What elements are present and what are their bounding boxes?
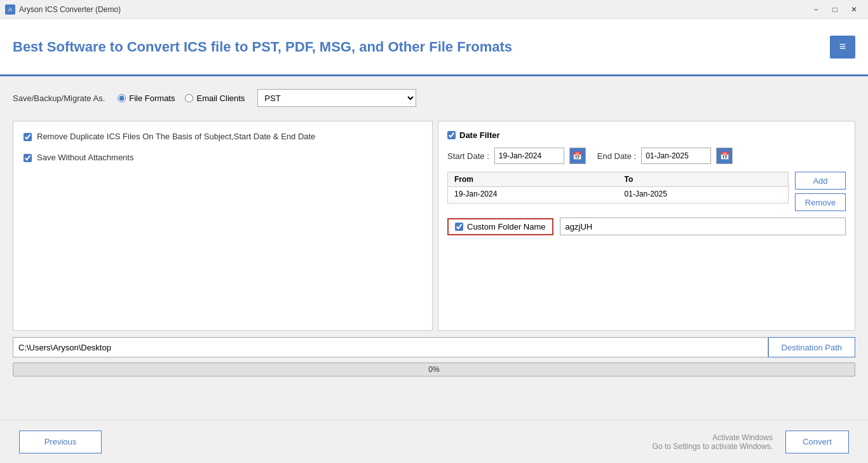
add-remove-btns: Add Remove bbox=[795, 172, 846, 211]
panels: Remove Duplicate ICS Files On The Basis … bbox=[13, 121, 855, 331]
radio-file-formats-label: File Formats bbox=[129, 93, 175, 103]
duplicate-label: Remove Duplicate ICS Files On The Basis … bbox=[37, 132, 315, 141]
attachments-checkbox[interactable] bbox=[24, 154, 32, 162]
radio-email-clients-label: Email Clients bbox=[196, 93, 245, 103]
activate-line2: Go to Settings to activate Windows. bbox=[653, 442, 773, 451]
previous-button[interactable]: Previous bbox=[19, 431, 102, 453]
convert-button[interactable]: Convert bbox=[785, 431, 849, 453]
date-table-container: From To 19-Jan-2024 01-Jan-2025 bbox=[447, 172, 846, 211]
right-panel: Date Filter Start Date : 📅 End Date : 📅 bbox=[438, 121, 855, 331]
add-button[interactable]: Add bbox=[795, 172, 846, 190]
header-title: Best Software to Convert ICS file to PST… bbox=[13, 39, 512, 55]
end-date-calendar-button[interactable]: 📅 bbox=[716, 148, 733, 164]
col-from: From bbox=[448, 172, 618, 187]
custom-folder-label: Custom Folder Name bbox=[467, 222, 546, 232]
start-date-input[interactable] bbox=[494, 148, 564, 164]
radio-email-clients[interactable]: Email Clients bbox=[185, 93, 245, 103]
checkbox-item-1: Remove Duplicate ICS Files On The Basis … bbox=[24, 132, 422, 141]
radio-group: File Formats Email Clients bbox=[118, 93, 245, 103]
restore-button[interactable]: □ bbox=[826, 3, 844, 17]
start-date-label: Start Date : bbox=[447, 151, 489, 161]
activate-line1: Activate Windows bbox=[653, 433, 773, 442]
custom-folder-input[interactable] bbox=[560, 218, 846, 235]
titlebar-controls: − □ ✕ bbox=[807, 3, 863, 17]
row-to: 01-Jan-2025 bbox=[618, 187, 789, 202]
footer-right: Activate Windows Go to Settings to activ… bbox=[653, 431, 849, 453]
format-select[interactable]: PST PDF MSG EML EMLX bbox=[257, 89, 416, 107]
progress-text: 0% bbox=[13, 363, 855, 376]
date-table-wrapper: From To 19-Jan-2024 01-Jan-2025 bbox=[447, 172, 789, 204]
start-date-calendar-button[interactable]: 📅 bbox=[569, 148, 586, 164]
remove-button[interactable]: Remove bbox=[795, 193, 846, 211]
date-row: Start Date : 📅 End Date : 📅 bbox=[447, 148, 846, 164]
save-row: Save/Backup/Migrate As. File Formats Ema… bbox=[13, 84, 855, 112]
end-date-input[interactable] bbox=[641, 148, 711, 164]
app-icon: A bbox=[5, 4, 15, 15]
destination-path-input[interactable] bbox=[13, 337, 768, 357]
destination-path-button[interactable]: Destination Path bbox=[768, 337, 855, 357]
radio-file-formats[interactable]: File Formats bbox=[118, 93, 175, 103]
format-select-wrapper: PST PDF MSG EML EMLX bbox=[257, 89, 416, 107]
col-to: To bbox=[618, 172, 789, 187]
attachments-label: Save Without Attachments bbox=[37, 153, 133, 162]
custom-folder-checkbox-wrapper[interactable]: Custom Folder Name bbox=[447, 218, 553, 235]
end-date-label: End Date : bbox=[597, 151, 636, 161]
date-filter-header: Date Filter bbox=[447, 130, 846, 140]
custom-folder-checkbox[interactable] bbox=[455, 223, 463, 231]
radio-email-clients-input[interactable] bbox=[185, 94, 193, 102]
titlebar: A Aryson ICS Converter (Demo) − □ ✕ bbox=[0, 0, 868, 19]
titlebar-left: A Aryson ICS Converter (Demo) bbox=[5, 4, 121, 15]
progress-row: 0% bbox=[13, 363, 855, 377]
progress-bar-wrapper: 0% bbox=[13, 363, 855, 377]
date-filter-title: Date Filter bbox=[459, 130, 500, 140]
footer: Previous Activate Windows Go to Settings… bbox=[0, 420, 868, 463]
menu-button[interactable]: ≡ bbox=[830, 36, 855, 59]
left-panel: Remove Duplicate ICS Files On The Basis … bbox=[13, 121, 433, 331]
destination-row: Destination Path bbox=[13, 337, 855, 357]
close-button[interactable]: ✕ bbox=[845, 3, 863, 17]
save-label: Save/Backup/Migrate As. bbox=[13, 93, 105, 103]
table-row: 19-Jan-2024 01-Jan-2025 bbox=[448, 187, 788, 202]
activate-windows: Activate Windows Go to Settings to activ… bbox=[653, 433, 773, 451]
duplicate-checkbox[interactable] bbox=[24, 133, 32, 141]
app-title: Aryson ICS Converter (Demo) bbox=[19, 5, 121, 14]
radio-file-formats-input[interactable] bbox=[118, 94, 126, 102]
checkbox-item-2: Save Without Attachments bbox=[24, 153, 422, 162]
minimize-button[interactable]: − bbox=[807, 3, 825, 17]
date-filter-checkbox[interactable] bbox=[447, 131, 456, 139]
header-banner: Best Software to Convert ICS file to PST… bbox=[0, 19, 868, 76]
main-area: Save/Backup/Migrate As. File Formats Ema… bbox=[0, 76, 868, 384]
date-table: From To 19-Jan-2024 01-Jan-2025 bbox=[448, 172, 788, 202]
row-from: 19-Jan-2024 bbox=[448, 187, 618, 202]
custom-folder-row: Custom Folder Name bbox=[447, 218, 846, 235]
